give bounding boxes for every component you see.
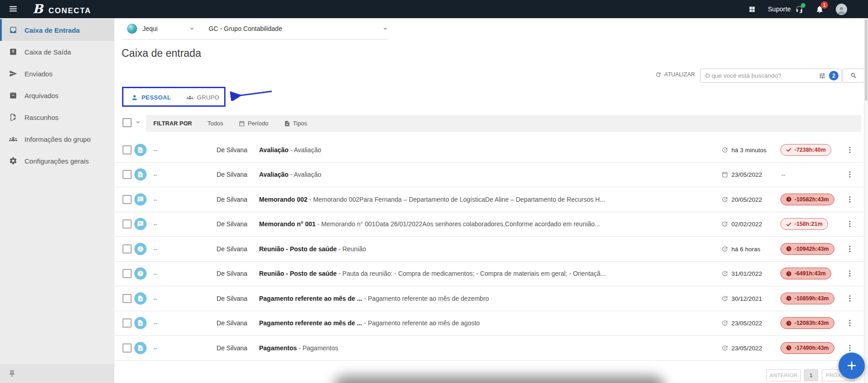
- sidebar-item-enviados[interactable]: Enviados: [0, 63, 114, 85]
- search-box: 2: [700, 69, 842, 83]
- select-all-checkbox[interactable]: [123, 118, 132, 127]
- row-sender: De Silvana: [169, 295, 247, 302]
- row-menu-kebab-icon[interactable]: [846, 146, 854, 154]
- row-checkbox[interactable]: [123, 145, 132, 154]
- sidebar-item-label: Arquivados: [25, 92, 59, 99]
- pagination-previous-button[interactable]: ANTERIOR: [766, 369, 801, 381]
- tab-grupo[interactable]: GRUPO: [179, 88, 227, 107]
- row-placeholder: --: [153, 196, 157, 203]
- row-checkbox[interactable]: [123, 318, 132, 328]
- clock-solid-icon: [786, 196, 792, 202]
- tab-pessoal[interactable]: PESSOAL: [123, 88, 179, 107]
- inbox-row[interactable]: --De SilvanaMemorando n° 001 - Memorando…: [114, 212, 864, 237]
- filter-option-periodo[interactable]: Período: [239, 120, 269, 127]
- context-bar: Jequi GC - Grupo Contabilidade: [122, 18, 388, 40]
- deadline-badge-label: -17490h:43m: [794, 345, 829, 351]
- row-subject-title: Reunião - Posto de saúde: [259, 245, 337, 253]
- inbox-row[interactable]: --De SilvanaReunião - Posto de saúde - R…: [114, 237, 864, 262]
- search-button[interactable]: [843, 69, 864, 83]
- row-type-clock-icon: [134, 268, 147, 280]
- deadline-badge-clock: -17490h:43m: [780, 342, 834, 354]
- doc-icon: [137, 171, 144, 178]
- search-input[interactable]: [701, 72, 819, 79]
- row-checkbox[interactable]: [123, 219, 132, 229]
- row-subject-title: Pagamento referente ao mês de ...: [259, 295, 362, 302]
- row-checkbox[interactable]: [123, 244, 132, 254]
- refresh-button[interactable]: ATUALIZAR: [655, 71, 695, 78]
- sidebar-item-configuracoes-gerais[interactable]: Configurações gerais: [0, 150, 114, 172]
- row-checkbox[interactable]: [123, 343, 132, 353]
- user-avatar[interactable]: [836, 4, 847, 15]
- inbox-row[interactable]: --De SilvanaReunião - Posto de saúde - P…: [114, 262, 864, 287]
- row-checkbox[interactable]: [123, 269, 132, 278]
- select-dropdown-chevron-icon[interactable]: [135, 119, 141, 125]
- row-menu-kebab-icon[interactable]: [846, 170, 854, 179]
- history-icon: [721, 295, 728, 302]
- row-checkbox[interactable]: [123, 170, 132, 179]
- clock-solid-icon: [786, 320, 792, 326]
- row-subject-preview: - Memorando 002Para Fernanda – Departame…: [308, 196, 605, 203]
- row-deadline-badge-wrap: -7238h:40m: [780, 144, 831, 156]
- group-select-value: GC - Grupo Contabilidade: [209, 25, 282, 32]
- row-subject-title: Memorando 002: [259, 196, 308, 203]
- row-type-doc-icon: [134, 292, 147, 304]
- row-menu-kebab-icon[interactable]: [846, 319, 854, 327]
- row-sender: De Silvana: [169, 245, 247, 253]
- sidebar-item-caixa-de-saida[interactable]: Caixa de Saída: [0, 41, 114, 63]
- row-menu-kebab-icon[interactable]: [846, 344, 854, 352]
- row-subject-title: Avaliação: [259, 171, 289, 178]
- hamburger-menu-icon[interactable]: [8, 5, 18, 13]
- sidebar-item-caixa-de-entrada[interactable]: Caixa de Entrada: [0, 19, 114, 41]
- row-menu-kebab-icon[interactable]: [846, 195, 854, 204]
- sidebar-footer: [0, 364, 114, 383]
- topbar: B CONECTA Suporte 1: [0, 0, 868, 18]
- sidebar-item-arquivados[interactable]: Arquivados: [0, 85, 114, 106]
- row-deadline-badge-wrap: -10582h:43m: [780, 194, 834, 205]
- history-icon: [721, 221, 728, 228]
- deadline-badge-label: -10582h:43m: [794, 196, 829, 203]
- calendar-icon: [239, 120, 245, 127]
- user-select[interactable]: Jequi: [127, 24, 195, 34]
- sidebar-item-rascunhos[interactable]: Rascunhos: [0, 106, 114, 128]
- row-date-label: 20/05/2022: [731, 196, 762, 203]
- inbox-row[interactable]: --De SilvanaMemorando 002 - Memorando 00…: [114, 187, 864, 212]
- people-icon: [186, 94, 193, 101]
- row-checkbox[interactable]: [123, 294, 132, 303]
- row-menu-kebab-icon[interactable]: [846, 294, 854, 303]
- doc-icon: [137, 320, 144, 327]
- row-subject: Memorando 002 - Memorando 002Para Fernan…: [259, 196, 710, 203]
- doc-icon: [137, 295, 144, 302]
- scrollbar[interactable]: [864, 18, 868, 383]
- row-subject: Pagamento referente ao mês de ... - Paga…: [259, 295, 710, 302]
- row-sender: De Silvana: [169, 146, 247, 154]
- row-placeholder: --: [153, 171, 157, 178]
- group-select[interactable]: GC - Grupo Contabilidade: [209, 25, 388, 32]
- filter-option-tipos[interactable]: Tipos: [284, 120, 307, 127]
- notifications-button[interactable]: 1: [815, 5, 824, 14]
- pagination-page-1[interactable]: 1: [804, 369, 818, 381]
- support-button[interactable]: Suporte: [768, 5, 804, 14]
- apps-grid-icon[interactable]: [748, 5, 756, 13]
- row-menu-kebab-icon[interactable]: [846, 220, 854, 228]
- file-icon: [284, 120, 290, 127]
- inbox-row[interactable]: --De SilvanaAvaliação - Avaliação23/05/2…: [114, 163, 864, 188]
- filter-option-todos[interactable]: Todos: [207, 120, 223, 127]
- sidebar-item-informacoes-do-grupo[interactable]: Informações do grupo: [0, 128, 114, 150]
- pin-icon[interactable]: [8, 370, 16, 378]
- compose-fab-button[interactable]: +: [839, 353, 865, 379]
- inbox-row[interactable]: --De SilvanaPagamento referente ao mês d…: [114, 286, 864, 311]
- row-menu-kebab-icon[interactable]: [846, 269, 854, 278]
- scrollbar-thumb[interactable]: [865, 19, 868, 101]
- inbox-row[interactable]: --De SilvanaAvaliação - Avaliaçãohá 3 mi…: [114, 138, 864, 163]
- row-date-label: 02/02/2022: [731, 221, 762, 228]
- history-icon: [721, 320, 728, 327]
- filter-sliders-icon[interactable]: [819, 72, 826, 80]
- history-icon: [721, 270, 728, 277]
- row-menu-kebab-icon[interactable]: [846, 245, 854, 253]
- inbox-row[interactable]: --De SilvanaPagamento referente ao mês d…: [114, 311, 864, 336]
- clock-solid-icon: [786, 295, 792, 301]
- row-subject-preview: - Pauta da reunião: - Compra de medicame…: [337, 270, 606, 277]
- chevron-down-icon: [382, 25, 388, 32]
- row-checkbox[interactable]: [123, 195, 132, 204]
- inbox-row[interactable]: --De SilvanaPagamentos - Pagamentos23/05…: [114, 336, 864, 361]
